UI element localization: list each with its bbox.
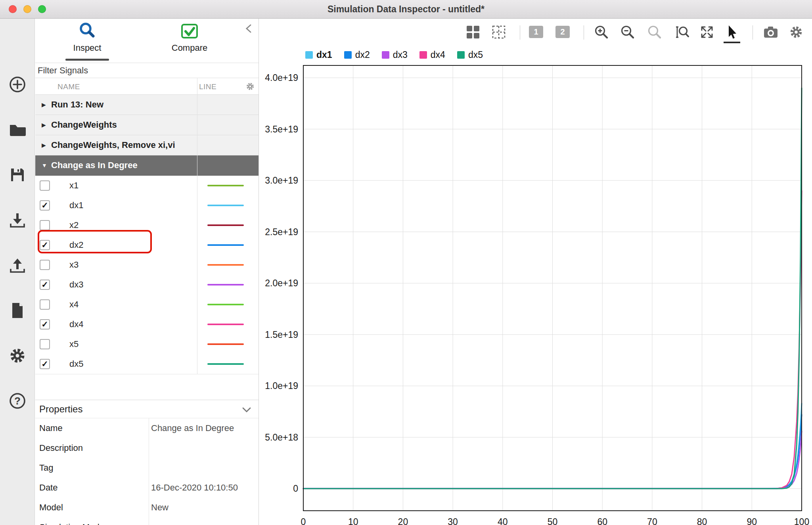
zoom-button[interactable]	[38, 5, 46, 13]
fit-to-view-icon[interactable]	[699, 24, 715, 40]
signal-line-sample	[207, 284, 244, 285]
add-run-icon[interactable]	[8, 75, 27, 94]
column-header-line: LINE	[199, 82, 216, 91]
property-label: Name	[39, 423, 63, 433]
expand-triangle-icon[interactable]: ▶	[42, 122, 50, 128]
view-2-button[interactable]: 2	[555, 26, 570, 38]
magnifier-icon	[78, 22, 96, 40]
sidebar: Inspect Compare Filter Signals NAME LINE…	[35, 19, 259, 525]
close-button[interactable]	[9, 5, 17, 13]
open-folder-icon[interactable]	[8, 120, 27, 140]
signal-name: x3	[69, 260, 79, 270]
properties-header[interactable]: Properties	[35, 400, 259, 418]
property-row: Description	[35, 438, 259, 458]
snapshot-camera-icon[interactable]	[763, 24, 779, 40]
zoom-region-icon[interactable]	[647, 24, 663, 40]
tab-compare[interactable]: Compare	[156, 22, 223, 53]
signal-checkbox[interactable]: ✓	[40, 339, 50, 349]
property-value[interactable]: New	[151, 502, 169, 513]
property-value[interactable]: Change as In Degree	[151, 423, 234, 433]
export-icon[interactable]	[8, 255, 27, 275]
view-1-button[interactable]: 1	[529, 26, 543, 38]
signal-checkbox[interactable]: ✓	[40, 260, 50, 270]
active-tool-indicator	[724, 42, 740, 43]
signal-checkbox[interactable]: ✓	[40, 220, 50, 230]
signal-checkbox[interactable]: ✓	[40, 200, 50, 211]
chevron-down-icon[interactable]	[242, 406, 251, 414]
svg-text:4.0e+19: 4.0e+19	[265, 73, 298, 83]
run-label: Change as In Degree	[51, 160, 138, 171]
column-divider	[197, 78, 197, 374]
pointer-tool-icon[interactable]	[723, 24, 739, 40]
signal-checkbox[interactable]: ✓	[40, 280, 50, 290]
legend-swatch	[419, 51, 427, 59]
checkmark-icon: ✓	[41, 320, 48, 328]
signal-row[interactable]: ✓x4	[35, 295, 259, 314]
expand-triangle-icon[interactable]: ▶	[42, 142, 50, 148]
signal-row[interactable]: ✓x2	[35, 215, 259, 235]
run-label: Run 13: New	[51, 100, 103, 110]
signal-row[interactable]: ✓dx4	[35, 314, 259, 334]
signal-checkbox[interactable]: ✓	[40, 319, 50, 330]
zoom-out-icon[interactable]	[620, 24, 636, 40]
help-icon[interactable]: ?	[8, 391, 27, 411]
filter-signals-input[interactable]: Filter Signals	[35, 63, 259, 78]
expand-triangle-icon[interactable]: ▶	[42, 102, 50, 108]
svg-text:0: 0	[293, 483, 298, 494]
run-row[interactable]: ▶ChangeWeights, Remove xi,vi	[35, 135, 259, 155]
signal-checkbox[interactable]: ✓	[40, 180, 50, 191]
signal-name: dx5	[69, 359, 83, 369]
zoom-time-icon[interactable]	[674, 24, 690, 40]
collapse-sidebar-icon[interactable]	[244, 23, 253, 34]
plot-area: 1 2	[259, 19, 812, 525]
svg-text:30: 30	[448, 517, 458, 525]
preferences-gear-icon[interactable]	[8, 346, 27, 366]
property-label: Model	[39, 502, 63, 513]
signal-row[interactable]: ✓dx5	[35, 354, 259, 374]
run-label: ChangeWeights, Remove xi,vi	[51, 140, 175, 150]
run-list: ▶Run 13: New▶ChangeWeights▶ChangeWeights…	[35, 95, 259, 176]
plot-canvas[interactable]: 010203040506070809010005.0e+181.0e+191.5…	[259, 58, 812, 525]
signal-name: x4	[69, 299, 79, 310]
minimize-button[interactable]	[23, 5, 31, 13]
save-icon[interactable]	[8, 165, 27, 185]
subplot-grid-icon[interactable]	[491, 24, 507, 40]
collapse-triangle-icon[interactable]: ▼	[42, 162, 50, 169]
property-label: Tag	[39, 463, 53, 473]
signal-row[interactable]: ✓x5	[35, 334, 259, 354]
legend-swatch	[457, 51, 465, 59]
svg-text:5.0e+18: 5.0e+18	[265, 432, 298, 443]
property-row: ModelNew	[35, 498, 259, 517]
signal-list: ✓x1✓dx1✓x2✓dx2✓x3✓dx3✓x4✓dx4✓x5✓dx5	[35, 176, 259, 374]
window-controls	[9, 5, 46, 13]
tab-inspect[interactable]: Inspect	[54, 22, 121, 53]
property-value[interactable]: 16-Dec-2020 10:10:50	[151, 483, 238, 493]
signal-row[interactable]: ✓x1	[35, 176, 259, 195]
layout-grid-icon[interactable]	[465, 24, 481, 40]
signal-row[interactable]: ✓dx3	[35, 275, 259, 295]
report-icon[interactable]	[8, 301, 27, 320]
signal-checkbox[interactable]: ✓	[40, 359, 50, 369]
svg-text:?: ?	[14, 395, 21, 407]
run-row[interactable]: ▶Run 13: New	[35, 95, 259, 115]
signal-name: dx4	[69, 319, 83, 330]
plot-settings-gear-icon[interactable]	[788, 24, 804, 40]
svg-text:60: 60	[597, 517, 607, 525]
window-title: Simulation Data Inspector - untitled*	[327, 4, 485, 15]
signal-row[interactable]: ✓dx1	[35, 195, 259, 215]
legend-swatch	[344, 51, 352, 59]
signal-name: dx2	[69, 240, 83, 250]
signal-name: dx1	[69, 200, 83, 211]
run-row[interactable]: ▼Change as In Degree	[35, 155, 259, 176]
legend-swatch	[382, 51, 389, 59]
run-row[interactable]: ▶ChangeWeights	[35, 115, 259, 135]
property-row: Tag	[35, 458, 259, 478]
signal-row[interactable]: ✓x3	[35, 255, 259, 275]
column-settings-gear-icon[interactable]	[245, 81, 255, 92]
signal-checkbox[interactable]: ✓	[40, 240, 50, 250]
zoom-in-icon[interactable]	[594, 24, 609, 40]
signal-checkbox[interactable]: ✓	[40, 299, 50, 310]
import-icon[interactable]	[8, 210, 27, 230]
signal-row[interactable]: ✓dx2	[35, 235, 259, 255]
green-check-icon	[180, 22, 199, 40]
